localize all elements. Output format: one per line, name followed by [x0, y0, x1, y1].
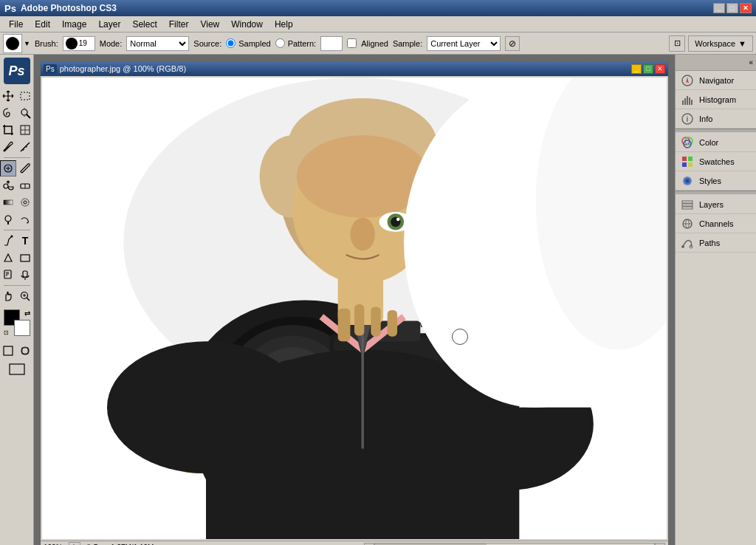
tool-row-4: [0, 139, 33, 155]
histogram-icon: [680, 92, 695, 107]
pattern-picker[interactable]: [320, 36, 343, 51]
menu-help[interactable]: Help: [269, 18, 299, 31]
zoom-tool[interactable]: [17, 288, 33, 304]
standard-mode[interactable]: [0, 343, 16, 359]
svg-rect-73: [354, 304, 364, 335]
slice-tool[interactable]: [17, 122, 33, 138]
quick-mask-mode[interactable]: [17, 343, 33, 359]
blur-tool[interactable]: [17, 194, 33, 210]
menu-edit[interactable]: Edit: [29, 18, 56, 31]
panel-item-color[interactable]: Color: [676, 133, 756, 152]
notes-tool[interactable]: [0, 267, 16, 283]
workspace-label: Workspace: [695, 39, 735, 48]
title-bar: Ps Adobe Photoshop CS3 _ □ ✕: [0, 0, 756, 16]
menu-layer[interactable]: Layer: [92, 18, 126, 31]
panel-item-histogram[interactable]: Histogram: [676, 90, 756, 109]
panel-item-styles[interactable]: Styles: [676, 171, 756, 191]
svg-rect-72: [338, 309, 351, 342]
move-tool[interactable]: [0, 88, 16, 104]
smudge-tool[interactable]: [17, 211, 33, 227]
minimize-button[interactable]: _: [713, 3, 725, 13]
color-icon: [680, 135, 695, 150]
zoom-icon-btn[interactable]: [69, 542, 80, 545]
close-button[interactable]: ✕: [740, 3, 752, 13]
svg-point-100: [686, 179, 689, 182]
pattern-radio[interactable]: [275, 38, 285, 48]
selection-tool[interactable]: [17, 88, 33, 104]
svg-rect-86: [687, 96, 688, 105]
panel-item-swatches[interactable]: Swatches: [676, 152, 756, 171]
doc-maximize[interactable]: □: [643, 64, 653, 74]
pen-tool[interactable]: [0, 233, 16, 249]
histogram-label: Histogram: [699, 95, 736, 104]
menu-file[interactable]: File: [3, 18, 29, 31]
sampled-radio[interactable]: [226, 38, 236, 48]
eyedropper-tool[interactable]: [0, 139, 16, 155]
crop-tool[interactable]: [0, 122, 16, 138]
svg-point-2: [21, 109, 27, 115]
document-title: photographer.jpg @ 100% (RGB/8): [60, 64, 186, 73]
doc-close[interactable]: ✕: [655, 64, 665, 74]
clone-stamp-tool[interactable]: [0, 177, 16, 193]
workspace-area: ⊡ Workspace ▼: [669, 35, 753, 52]
eraser-tool[interactable]: [17, 177, 33, 193]
menu-filter[interactable]: Filter: [163, 18, 195, 31]
menu-image[interactable]: Image: [56, 18, 92, 31]
panel-item-channels[interactable]: Channels: [676, 214, 756, 233]
maximize-button[interactable]: □: [726, 3, 738, 13]
lasso-tool[interactable]: [0, 105, 16, 121]
layers-label: Layers: [699, 200, 724, 209]
panel-item-navigator[interactable]: Navigator: [676, 71, 756, 90]
aligned-checkbox[interactable]: [347, 38, 357, 48]
ignore-icon: ⊘: [509, 38, 516, 49]
brush-tool[interactable]: [17, 160, 33, 176]
screen-mode[interactable]: [4, 361, 30, 377]
sample-select[interactable]: Current Layer: [427, 36, 501, 51]
audio-annotation-tool[interactable]: [17, 267, 33, 283]
menu-window[interactable]: Window: [225, 18, 269, 31]
svg-rect-95: [688, 157, 693, 161]
svg-point-19: [21, 199, 29, 206]
source-pattern[interactable]: Pattern:: [275, 38, 317, 48]
svg-rect-75: [388, 310, 397, 337]
dodge-tool[interactable]: [0, 211, 16, 227]
magic-wand-tool[interactable]: [17, 105, 33, 121]
layout-icon-button[interactable]: ⊡: [669, 35, 685, 52]
type-tool[interactable]: T: [17, 233, 33, 249]
panel-item-info[interactable]: i Info: [676, 109, 756, 128]
panel-collapse-btn[interactable]: «: [749, 58, 753, 66]
svg-line-1: [27, 114, 30, 118]
path-selection-tool[interactable]: [0, 250, 16, 266]
tool-row-9: T: [0, 233, 33, 249]
measure-tool[interactable]: [17, 139, 33, 155]
background-color[interactable]: [14, 320, 30, 336]
panel-item-layers[interactable]: Layers: [676, 195, 756, 214]
menu-select[interactable]: Select: [126, 18, 162, 31]
color-swatches: ⇄ ⊡: [4, 309, 30, 336]
workspace-button[interactable]: Workspace ▼: [688, 35, 753, 52]
shape-tool[interactable]: [17, 250, 33, 266]
tool-separator-2: [4, 230, 30, 230]
brush-selector[interactable]: 19: [63, 36, 95, 51]
tool-separator-1: [4, 157, 30, 158]
default-colors-icon[interactable]: ⊡: [4, 329, 9, 336]
swap-colors-icon[interactable]: ⇄: [24, 309, 30, 318]
hand-tool[interactable]: [0, 288, 16, 304]
gradient-tool[interactable]: [0, 194, 16, 210]
brush-label: Brush:: [35, 39, 58, 48]
healing-brush-tool[interactable]: [0, 160, 16, 176]
swatches-label: Swatches: [699, 157, 735, 166]
source-sampled[interactable]: Sampled: [226, 38, 270, 48]
workspace-area: Ps: [0, 55, 756, 545]
svg-point-71: [350, 218, 375, 251]
mode-select[interactable]: Normal: [126, 36, 189, 51]
sample-label: Sample:: [393, 39, 422, 48]
menu-view[interactable]: View: [194, 18, 225, 31]
preset-arrow[interactable]: ▼: [24, 40, 30, 47]
doc-minimize[interactable]: _: [631, 64, 642, 74]
ignore-adjustment-button[interactable]: ⊘: [505, 36, 520, 51]
panel-item-paths[interactable]: Paths: [676, 233, 756, 253]
tool-preset-picker[interactable]: [3, 34, 22, 53]
document-content[interactable]: [42, 78, 667, 539]
tool-row-5: [0, 160, 33, 176]
